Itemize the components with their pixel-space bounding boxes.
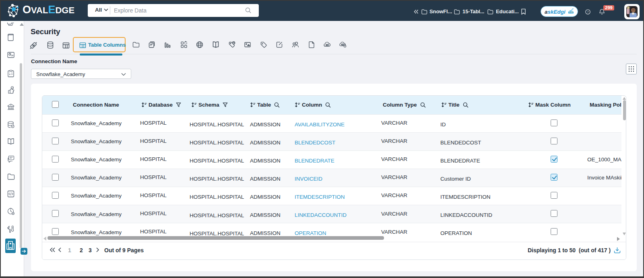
svg-text:API: API	[326, 44, 328, 46]
svg-text:API: API	[342, 44, 344, 45]
svg-text:?: ?	[587, 10, 589, 14]
